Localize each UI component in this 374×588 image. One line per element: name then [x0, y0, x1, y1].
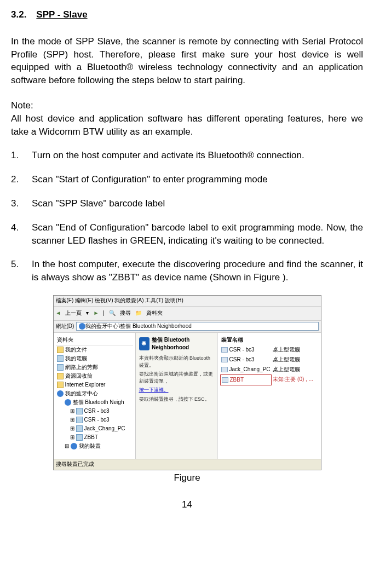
pc-icon [221, 357, 228, 362]
tree-item[interactable]: 我的藍牙中心 [56, 389, 133, 398]
search-icon[interactable]: 🔍 [109, 309, 116, 317]
tree-item[interactable]: ⊞ CSR - bc3 [69, 407, 133, 416]
tree-item[interactable]: 我的電腦 [56, 354, 133, 363]
list-text: Scan "End of Configuration" barcode labe… [32, 221, 363, 247]
list-item: 2. Scan "Start of Configuration" to ente… [11, 173, 363, 186]
info-text: 要找出附近區域的其他裝置，或更新裝置清單， [139, 371, 214, 384]
toolbar-back[interactable]: 上一頁 [65, 309, 82, 317]
column-header: 裝置名稱 [220, 335, 272, 345]
list-number: 3. [11, 197, 32, 210]
device-type: 桌上型電腦 [272, 345, 319, 355]
computer-icon [76, 417, 83, 423]
device-type [272, 335, 319, 345]
computer-icon [76, 434, 83, 441]
back-arrow-icon[interactable]: ◄ [56, 309, 61, 317]
computer-icon [76, 408, 83, 414]
pc-icon [222, 377, 228, 383]
figure-container: 檔案(F) 編輯(E) 檢視(V) 我的最愛(A) 工具(T) 說明(H) ◄ … [11, 295, 363, 485]
list-text: Scan "Start of Configuration" to enter p… [32, 173, 363, 186]
tree-item[interactable]: 網路上的芳鄰 [56, 363, 133, 372]
device-item-zbbt[interactable]: ZBBT [220, 374, 272, 385]
window-statusbar: 搜尋裝置已完成 [54, 459, 321, 470]
toolbar-sep: ▾ [86, 309, 89, 317]
device-item[interactable]: CSR - bc3 [220, 355, 272, 365]
info-panel: ⁕ 整個 Bluetooth Neighborhood 本資料夾會顯示鄰近的 B… [136, 333, 218, 459]
folder-icon [57, 347, 64, 353]
window-menubar[interactable]: 檔案(F) 編輯(E) 檢視(V) 我的最愛(A) 工具(T) 說明(H) [54, 296, 321, 307]
list-item: 1. Turn on the host computer and activat… [11, 149, 363, 162]
computer-icon [76, 425, 83, 432]
tree-item[interactable]: Internet Explorer [56, 381, 133, 389]
address-value: 我的藍牙中心\整個 Bluetooth Neighborhood [85, 322, 191, 330]
device-type: 桌上型電腦 [272, 355, 319, 365]
info-link[interactable]: 按一下這裡。 [139, 387, 214, 394]
network-icon [57, 364, 64, 371]
bluetooth-icon [79, 323, 85, 330]
device-item[interactable]: CSR - bc3 [220, 345, 272, 355]
folder-icon[interactable]: 📁 [135, 309, 142, 317]
device-type: 未知:主要 (0) , ... [272, 374, 319, 384]
toolbar-search[interactable]: 搜尋 [120, 309, 131, 317]
list-number: 2. [11, 173, 32, 186]
screenshot-window: 檔案(F) 編輯(E) 檢視(V) 我的最愛(A) 工具(T) 說明(H) ◄ … [53, 295, 321, 470]
forward-arrow-icon[interactable]: ► [93, 309, 99, 317]
address-input[interactable]: 我的藍牙中心\整個 Bluetooth Neighborhood [76, 322, 318, 331]
list-item: 4. Scan "End of Configuration" barcode l… [11, 221, 363, 247]
list-number: 1. [11, 149, 32, 162]
window-addressbar: 網址(D) 我的藍牙中心\整個 Bluetooth Neighborhood [54, 321, 321, 333]
list-number: 4. [11, 221, 32, 247]
section-number: 3.2. [11, 9, 26, 20]
computer-icon [57, 355, 64, 362]
address-label: 網址(D) [56, 322, 74, 330]
bluetooth-icon [65, 399, 71, 406]
list-text: In the host computer, execute the discov… [32, 258, 363, 284]
pc-icon [221, 347, 228, 353]
list-text: Turn on the host computer and activate i… [32, 149, 363, 162]
device-list: 裝置名稱 CSR - bc3 CSR - bc3 Jack_Chang_PC Z… [218, 333, 321, 459]
info-text: 本資料夾會顯示鄰近的 Bluetooth 裝置。 [139, 355, 214, 368]
toolbar-sep2: | [103, 309, 105, 317]
intro-paragraph: In the mode of SPP Slave, the scanner is… [11, 35, 363, 87]
tree-item[interactable]: 我的文件 [56, 345, 133, 354]
list-text: Scan "SPP Slave" barcode label [32, 197, 363, 210]
list-item: 3. Scan "SPP Slave" barcode label [11, 197, 363, 210]
ie-icon [57, 382, 64, 388]
window-toolbar: ◄ 上一頁 ▾ ► | 🔍 搜尋 📁 資料夾 [54, 307, 321, 321]
info-text: 要取消裝置搜尋，請按下 ESC。 [139, 396, 214, 403]
tree-item[interactable]: 資源回收筒 [56, 372, 133, 381]
main-panel: ⁕ 整個 Bluetooth Neighborhood 本資料夾會顯示鄰近的 B… [136, 333, 321, 459]
bluetooth-large-icon: ⁕ [139, 337, 149, 350]
toolbar-folders[interactable]: 資料夾 [146, 309, 163, 317]
tree-item[interactable]: 整個 Bluetooth Neigh [64, 398, 133, 407]
window-body: 資料夾 我的文件 我的電腦 網路上的芳鄰 資源回收筒 Internet Expl… [54, 333, 321, 459]
note-text: All host device and application software… [11, 112, 363, 139]
section-header: 3.2.SPP - Slave [11, 8, 363, 21]
device-item[interactable]: Jack_Chang_PC [220, 365, 272, 374]
figure-caption: Figure [11, 471, 363, 485]
page-number: 14 [11, 498, 363, 511]
section-title: SPP - Slave [36, 9, 87, 20]
steps-list: 1. Turn on the host computer and activat… [11, 149, 363, 284]
info-title: 整個 Bluetooth Neighborhood [152, 336, 214, 351]
device-type: 桌上型電腦 [272, 365, 319, 374]
note-label: Note: [11, 99, 363, 112]
tree-item[interactable]: ⊞ CSR - bc3 [69, 416, 133, 424]
pc-icon [221, 367, 228, 372]
recycle-icon [57, 373, 64, 379]
list-number: 5. [11, 258, 32, 284]
bluetooth-icon [57, 390, 64, 397]
tree-item[interactable]: ⊞ ZBBT [69, 433, 133, 442]
folder-sidebar: 資料夾 我的文件 我的電腦 網路上的芳鄰 資源回收筒 Internet Expl… [54, 333, 136, 459]
list-item: 5. In the host computer, execute the dis… [11, 258, 363, 284]
bluetooth-icon [71, 443, 77, 449]
sidebar-header: 資料夾 [56, 335, 133, 345]
tree-item[interactable]: ⊞ 我的裝置 [64, 442, 133, 451]
tree-item[interactable]: ⊞ Jack_Chang_PC [69, 424, 133, 433]
